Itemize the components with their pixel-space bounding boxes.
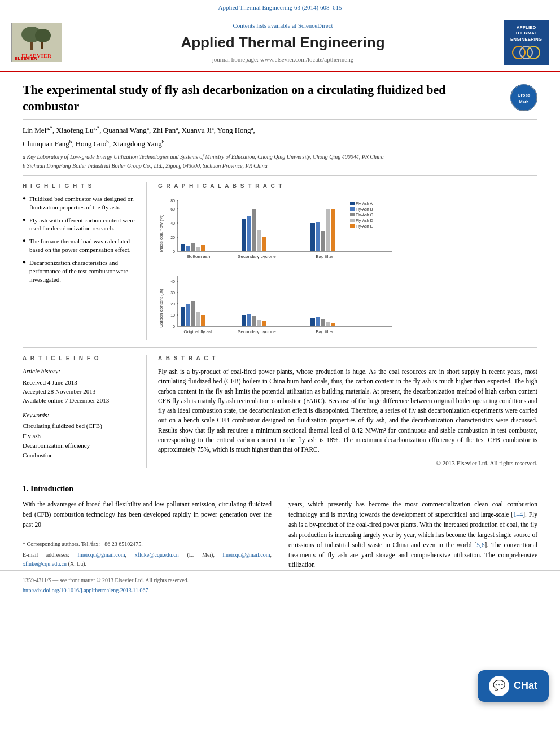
svg-rect-25: [181, 244, 185, 251]
ref-link-1-4[interactable]: 1–4: [513, 511, 523, 518]
svg-rect-49: [350, 219, 355, 222]
svg-rect-35: [310, 223, 315, 251]
svg-text:Mass coll. flow (%): Mass coll. flow (%): [159, 214, 164, 252]
chart2-svg: Carbon content (%) 0 10 20 30 40: [158, 270, 395, 338]
svg-rect-69: [196, 312, 200, 326]
svg-point-7: [520, 46, 532, 59]
author-sup-9: b: [162, 139, 165, 145]
paper-title-section: The experimental study of fly ash decarb…: [23, 72, 537, 119]
affiliation-b: b Sichuan DongFang Boiler Industrial Boi…: [23, 161, 537, 171]
svg-text:Carbon content (%): Carbon content (%): [159, 289, 164, 328]
author-sup-1: a,*: [46, 125, 53, 131]
chat-label: CHat: [514, 679, 537, 693]
highlight-item-2: Fly ash with different carbon content we…: [23, 216, 137, 233]
highlight-item-4: Decarbonization characteristics and perf…: [23, 259, 137, 284]
crossmark-circle: Cross Mark: [510, 84, 537, 111]
chat-icon: 💬: [489, 676, 509, 696]
keyword-1: Circulating fluidized bed (CFB): [23, 422, 137, 430]
svg-rect-31: [247, 216, 251, 251]
journal-citation: Applied Thermal Engineering 63 (2014) 60…: [218, 4, 342, 11]
svg-point-9: [511, 85, 537, 111]
chat-button[interactable]: 💬 CHat: [478, 670, 549, 702]
accepted-date: Accepted 28 November 2013: [23, 387, 137, 396]
intro-right-text: years, which presently has become the mo…: [288, 500, 537, 570]
svg-rect-66: [181, 307, 185, 326]
svg-rect-33: [257, 230, 261, 251]
author-sup-6: a: [251, 125, 253, 131]
svg-text:ELSEVIER: ELSEVIER: [15, 56, 37, 61]
svg-rect-76: [310, 318, 315, 326]
svg-text:Fly-Ash A: Fly-Ash A: [356, 202, 373, 206]
ref-link-5-6[interactable]: 5,6: [476, 541, 484, 548]
svg-rect-45: [350, 207, 355, 211]
svg-text:10: 10: [170, 313, 175, 317]
sciencedirect-link: Contents lists available at ScienceDirec…: [71, 21, 495, 30]
svg-rect-29: [201, 245, 205, 251]
svg-text:30: 30: [170, 291, 175, 295]
svg-rect-30: [242, 219, 246, 251]
keywords-heading: Keywords:: [23, 411, 137, 420]
highlight-item-3: The furnace thermal load was calculated …: [23, 237, 137, 254]
crossmark-logo[interactable]: Cross Mark: [510, 84, 537, 111]
svg-rect-28: [196, 247, 200, 251]
email-2[interactable]: xfluke@cqu.edu.cn: [135, 552, 179, 558]
intro-body: With the advantages of broad fuel flexib…: [23, 500, 537, 570]
footnotes: * Corresponding authors. Tel./fax: +86 2…: [23, 536, 272, 569]
intro-left-col: With the advantages of broad fuel flexib…: [23, 500, 272, 570]
highlights-label: H I G H L I G H T S: [23, 182, 137, 190]
keyword-2: Fly ash: [23, 432, 137, 440]
sciencedirect-label[interactable]: ScienceDirect: [298, 22, 333, 29]
svg-text:Fly-Ash E: Fly-Ash E: [356, 224, 373, 229]
svg-rect-39: [331, 209, 335, 251]
svg-rect-80: [331, 323, 335, 326]
footer-issn: 1359-4311/$ — see front matter © 2013 El…: [23, 576, 537, 584]
highlights-graphical-section: H I G H L I G H T S Fluidized bed combus…: [23, 176, 537, 348]
svg-text:20: 20: [170, 302, 175, 306]
svg-text:Bag filter: Bag filter: [316, 254, 334, 259]
footer-bar: 1359-4311/$ — see front matter © 2013 El…: [0, 570, 560, 600]
email-3[interactable]: lmeicqu@gmail.com: [223, 552, 270, 558]
svg-point-6: [513, 46, 525, 59]
author-hong-guo: Hong Guo: [76, 139, 107, 148]
svg-text:Fly-Ash D: Fly-Ash D: [356, 219, 373, 223]
svg-rect-37: [321, 231, 325, 251]
svg-text:0: 0: [173, 250, 175, 254]
abstract-column: A B S T R A C T Fly ash is a by-product …: [158, 355, 537, 468]
elsevier-logo: ELSEVIER: [11, 23, 62, 62]
authors-line: Lin Meia,*, Xiaofeng Lua,*, Quanhai Wang…: [23, 124, 537, 137]
intro-right-col: years, which presently has become the mo…: [288, 500, 537, 570]
svg-text:Original fly ash: Original fly ash: [184, 329, 214, 334]
svg-rect-72: [247, 314, 251, 326]
author-sup-5: a: [212, 125, 214, 131]
email-1[interactable]: lmeicqu@gmail.com: [78, 552, 125, 558]
journal-homepage: journal homepage: www.elsevier.com/locat…: [71, 55, 495, 64]
main-content: The experimental study of fly ash decarb…: [0, 72, 560, 570]
svg-text:Bag filter: Bag filter: [316, 329, 334, 334]
svg-point-8: [527, 46, 540, 59]
svg-rect-75: [262, 321, 266, 326]
svg-text:Fly-Ash C: Fly-Ash C: [356, 213, 373, 217]
affiliation-a: a Key Laboratory of Low-grade Energy Uti…: [23, 152, 537, 161]
journal-header: ELSEVIER Contents lists available at Sci…: [0, 14, 560, 72]
svg-rect-27: [191, 243, 195, 251]
author-quanhai-wang: Quanhai Wang: [103, 126, 147, 134]
author-sup-8: b: [106, 139, 109, 145]
brand-logo-text: APPLIEDTHERMALENGINEERING: [510, 25, 542, 42]
doi-link[interactable]: http://dx.doi.org/10.1016/j.applthermale…: [23, 587, 148, 593]
introduction-section: 1. Introduction With the advantages of b…: [23, 475, 537, 570]
author-chunquan-fang: Chunquan Fang: [23, 139, 69, 148]
author-yong-hong: Yong Hong: [217, 126, 251, 134]
chart2-container: Carbon content (%) 0 10 20 30 40: [158, 270, 537, 340]
email-note: (L. Mei),: [187, 552, 222, 558]
email-4[interactable]: xfluke@cqu.edu.cn: [23, 561, 67, 567]
elsevier-logo-image: ELSEVIER: [11, 23, 62, 62]
journal-top-bar: Applied Thermal Engineering 63 (2014) 60…: [0, 0, 560, 14]
author-sup-2: a,*: [94, 125, 100, 131]
author-xuanyu-ji: Xuanyu Ji: [182, 126, 212, 134]
author-xiangdong-yang: Xiangdong Yang: [112, 139, 161, 148]
svg-rect-36: [316, 222, 320, 251]
svg-rect-71: [242, 315, 246, 326]
footer-doi: http://dx.doi.org/10.1016/j.applthermale…: [23, 587, 537, 595]
available-date: Available online 7 December 2013: [23, 396, 137, 405]
journal-center: Contents lists available at ScienceDirec…: [71, 21, 495, 64]
